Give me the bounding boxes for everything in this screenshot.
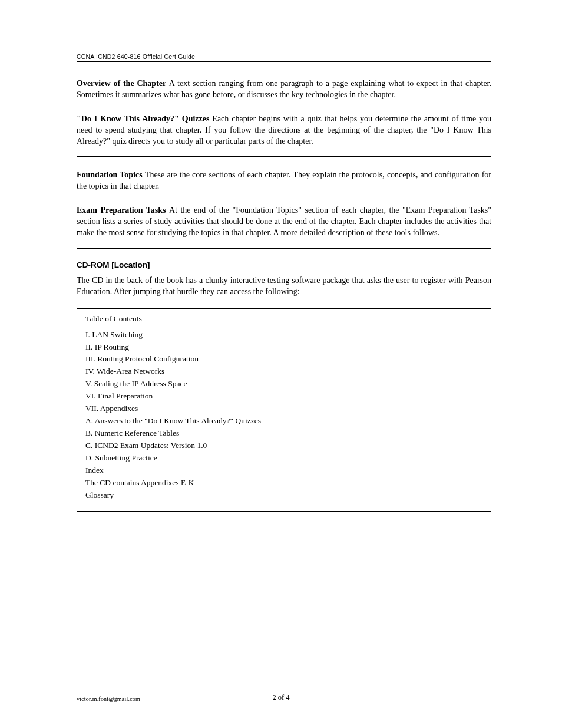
- toc-item: B. Numeric Reference Tables: [85, 427, 482, 440]
- foundation-label: Foundation Topics: [77, 170, 145, 179]
- document-page: CCNA ICND2 640-816 Official Cert Guide O…: [0, 0, 562, 728]
- cdrom-para: The CD in the back of the book has a clu…: [77, 275, 491, 298]
- exam-prep-inline: At the end of the "Foundation Topics": [169, 206, 302, 215]
- toc-item: IV. Wide-Area Networks: [85, 365, 482, 378]
- page-number: 2 of 4: [0, 693, 562, 702]
- cdrom-heading: CD-ROM [Location]: [77, 261, 491, 269]
- quiz-inline: Each chapter begins with a quiz that: [212, 114, 336, 123]
- toc-box: Table of Contents I. LAN Switching II. I…: [77, 308, 491, 512]
- rule-after-quiz: [77, 156, 491, 157]
- toc-item: Glossary: [85, 489, 482, 502]
- quiz-para: "Do I Know This Already?" Quizzes Each c…: [77, 114, 491, 147]
- section-overview: Overview of the Chapter A text section r…: [77, 78, 491, 101]
- exam-prep-para: Exam Preparation Tasks At the end of the…: [77, 205, 491, 239]
- rule-after-exam-prep: [77, 248, 491, 249]
- foundation-inline: These are the core sections of each chap…: [145, 170, 310, 179]
- heading-overview: Overview of the Chapter: [77, 79, 169, 88]
- header-rule: [77, 61, 491, 62]
- toc-item: A. Answers to the "Do I Know This Alread…: [85, 415, 482, 427]
- section-quiz: "Do I Know This Already?" Quizzes Each c…: [77, 114, 491, 157]
- toc-item: Index: [85, 465, 482, 477]
- exam-prep-label: Exam Preparation Tasks: [77, 206, 169, 215]
- toc-title: Table of Contents: [85, 313, 482, 325]
- page-header: CCNA ICND2 640-816 Official Cert Guide: [77, 53, 491, 62]
- overview-inline-text: A text section ranging from one paragrap…: [169, 79, 326, 88]
- toc-item: VI. Final Preparation: [85, 390, 482, 403]
- toc-item: II. IP Routing: [85, 341, 482, 354]
- running-title: CCNA ICND2 640-816 Official Cert Guide: [77, 53, 491, 60]
- toc-item: I. LAN Switching: [85, 329, 482, 341]
- quiz-label: "Do I Know This Already?" Quizzes: [77, 114, 212, 123]
- toc-list: I. LAN Switching II. IP Routing III. Rou…: [85, 329, 482, 502]
- section-exam-prep: Exam Preparation Tasks At the end of the…: [77, 205, 491, 249]
- section-foundation: Foundation Topics These are the core sec…: [77, 170, 491, 192]
- toc-item: D. Subnetting Practice: [85, 452, 482, 465]
- foundation-para: Foundation Topics These are the core sec…: [77, 170, 491, 192]
- toc-item: III. Routing Protocol Configuration: [85, 353, 482, 365]
- toc-item: The CD contains Appendixes E-K: [85, 477, 482, 489]
- toc-item: C. ICND2 Exam Updates: Version 1.0: [85, 440, 482, 452]
- toc-item: VII. Appendixes: [85, 403, 482, 415]
- toc-item: V. Scaling the IP Address Space: [85, 378, 482, 390]
